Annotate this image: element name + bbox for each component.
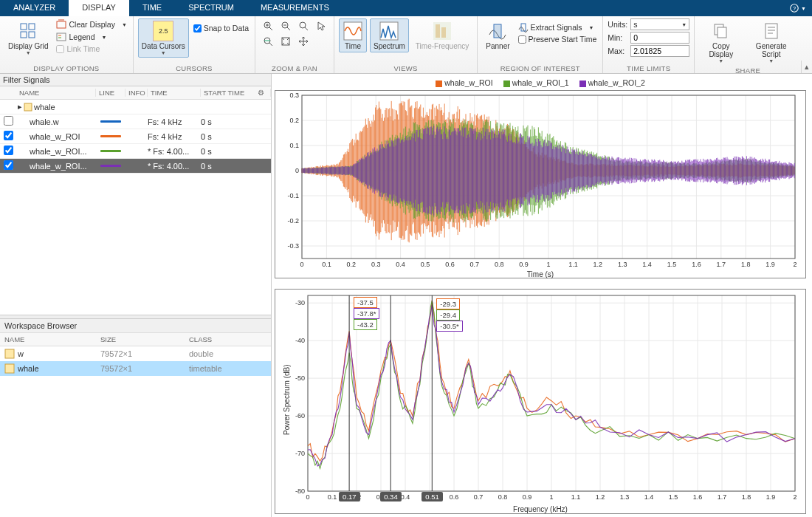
signal-row[interactable]: whale.w Fs: 4 kHz 0 s bbox=[0, 114, 271, 129]
svg-point-17 bbox=[300, 22, 306, 28]
svg-rect-6 bbox=[57, 21, 66, 28]
units-select[interactable]: s▼ bbox=[630, 18, 689, 30]
tab-display[interactable]: DISPLAY bbox=[69, 0, 129, 16]
svg-text:0.3: 0.3 bbox=[371, 261, 381, 268]
script-icon bbox=[761, 21, 782, 41]
svg-text:0.4: 0.4 bbox=[396, 261, 405, 268]
svg-text:-80: -80 bbox=[295, 487, 305, 495]
svg-text:1.6: 1.6 bbox=[692, 261, 701, 268]
svg-text:0.4: 0.4 bbox=[401, 493, 410, 501]
units-label: Units: bbox=[608, 20, 627, 29]
group-zoom: ZOOM & PAN bbox=[255, 16, 334, 73]
extract-icon bbox=[518, 22, 529, 32]
spectrum-plot[interactable]: 00.10.20.30.40.50.60.70.80.911.11.21.31.… bbox=[275, 289, 806, 514]
fit-button[interactable] bbox=[278, 34, 294, 49]
tab-analyzer[interactable]: ANALYZER bbox=[0, 0, 69, 16]
signal-row[interactable]: whale_w_ROI... * Fs: 4.00... 0 s bbox=[0, 159, 271, 174]
svg-text:0.7: 0.7 bbox=[474, 493, 484, 501]
collapse-ribbon-button[interactable]: ▴ bbox=[801, 61, 812, 73]
legend-button[interactable]: Legend▼ bbox=[55, 31, 128, 43]
svg-text:1.3: 1.3 bbox=[618, 261, 627, 268]
display-grid-button[interactable]: Display Grid ▼ bbox=[4, 18, 52, 58]
chevron-down-icon: ▼ bbox=[161, 50, 166, 55]
svg-text:-70: -70 bbox=[295, 450, 305, 457]
svg-text:0.7: 0.7 bbox=[470, 261, 480, 268]
signal-row[interactable]: whale_w_ROI... * Fs: 4.00... 0 s bbox=[0, 144, 271, 159]
zoom-out-button[interactable] bbox=[278, 18, 294, 33]
svg-text:1.6: 1.6 bbox=[693, 493, 703, 501]
svg-rect-23 bbox=[344, 22, 362, 40]
cursor-value: 0.17 bbox=[339, 492, 360, 501]
ribbon: Display Grid ▼ Clear Display▼ Legend▼ Li… bbox=[0, 16, 812, 74]
snap-to-data-checkbox[interactable]: Snap to Data bbox=[192, 23, 250, 33]
svg-text:0: 0 bbox=[295, 167, 299, 174]
signal-row[interactable]: whale_w_ROI Fs: 4 kHz 0 s bbox=[0, 129, 271, 144]
svg-text:0.8: 0.8 bbox=[498, 493, 508, 501]
signal-checkbox[interactable] bbox=[4, 160, 13, 170]
chevron-down-icon: ▼ bbox=[26, 50, 31, 55]
extract-signals-button[interactable]: Extract Signals▼ bbox=[517, 21, 599, 33]
generate-script-button[interactable]: Generate Script▼ bbox=[746, 18, 796, 66]
group-cursors: 2.5 Data Cursors ▼ Snap to Data CURSORS bbox=[134, 16, 255, 73]
svg-text:1: 1 bbox=[546, 261, 550, 268]
signal-checkbox[interactable] bbox=[4, 145, 13, 155]
panner-button[interactable]: Panner bbox=[482, 18, 513, 52]
svg-rect-7 bbox=[57, 33, 66, 41]
svg-text:0: 0 bbox=[306, 493, 309, 501]
preserve-start-checkbox[interactable]: Preserve Start Time bbox=[517, 34, 599, 44]
pointer-button[interactable] bbox=[313, 18, 329, 33]
peak-label: -37.5 bbox=[354, 297, 377, 308]
cursor-value: 0.51 bbox=[422, 492, 443, 501]
peak-label: -29.3 bbox=[436, 298, 460, 309]
tab-time[interactable]: TIME bbox=[129, 0, 175, 16]
svg-line-18 bbox=[305, 27, 308, 30]
cursor-icon: 2.5 bbox=[153, 21, 173, 41]
time-view-button[interactable]: Time bbox=[339, 18, 367, 52]
help-button[interactable]: ? ▼ bbox=[784, 0, 812, 16]
signal-checkbox[interactable] bbox=[4, 131, 13, 140]
max-input[interactable] bbox=[630, 45, 689, 57]
signals-table-header: NAME LINE INFO TIME START TIME⚙ bbox=[0, 86, 271, 100]
spectrum-view-button[interactable]: Spectrum bbox=[370, 18, 409, 52]
zoom-xy-button[interactable] bbox=[295, 18, 312, 33]
svg-text:1.4: 1.4 bbox=[644, 493, 654, 501]
legend-item: whale_w_ROI_1 bbox=[503, 78, 569, 87]
clear-icon bbox=[56, 19, 66, 30]
chart-legend: whale_w_ROIwhale_w_ROI_1whale_w_ROI_2 bbox=[275, 77, 806, 90]
zoom-in-button[interactable] bbox=[260, 18, 276, 33]
tab-spectrum[interactable]: SPECTRUM bbox=[175, 0, 247, 16]
group-views: Time Spectrum Time-Frequency VIEWS bbox=[334, 16, 478, 73]
zoom-x-button[interactable] bbox=[260, 34, 276, 49]
clear-display-button[interactable]: Clear Display▼ bbox=[55, 18, 128, 30]
svg-text:1: 1 bbox=[549, 493, 553, 501]
max-label: Max: bbox=[608, 47, 627, 55]
time-plot[interactable]: 00.10.20.30.40.50.60.70.80.911.11.21.31.… bbox=[275, 90, 806, 278]
workspace-row[interactable]: w79572×1double bbox=[0, 346, 271, 361]
svg-text:1.7: 1.7 bbox=[717, 261, 726, 268]
svg-text:-60: -60 bbox=[295, 412, 305, 420]
svg-rect-31 bbox=[718, 27, 726, 38]
svg-text:1.3: 1.3 bbox=[620, 493, 630, 501]
waveform-icon bbox=[343, 21, 363, 41]
tab-measurements[interactable]: MEASUREMENTS bbox=[247, 0, 343, 16]
pan-button[interactable] bbox=[295, 34, 312, 49]
signal-row[interactable]: ▸ whale bbox=[0, 100, 271, 114]
svg-text:2: 2 bbox=[793, 261, 796, 268]
svg-text:1.5: 1.5 bbox=[667, 261, 677, 268]
svg-rect-28 bbox=[494, 24, 501, 38]
cursor-value: 0.34 bbox=[380, 492, 402, 501]
svg-text:1.1: 1.1 bbox=[571, 493, 581, 501]
peak-label: -29.4 bbox=[436, 309, 460, 321]
legend-item: whale_w_ROI bbox=[436, 78, 492, 87]
svg-rect-32 bbox=[765, 24, 777, 38]
filter-signals-header[interactable]: Filter Signals bbox=[0, 74, 271, 86]
data-cursors-button[interactable]: 2.5 Data Cursors ▼ bbox=[138, 18, 189, 58]
signal-checkbox[interactable] bbox=[4, 116, 13, 126]
copy-display-button[interactable]: Copy Display▼ bbox=[699, 18, 743, 66]
workspace-row[interactable]: whale79572×1timetable bbox=[0, 361, 271, 376]
group-time-limits: Units: s▼ Min: Max: TIME LIMITS bbox=[603, 16, 695, 73]
gear-icon[interactable]: ⚙ bbox=[258, 89, 267, 97]
min-input[interactable] bbox=[630, 32, 689, 44]
svg-text:0.1: 0.1 bbox=[289, 142, 299, 149]
svg-text:?: ? bbox=[793, 5, 796, 12]
